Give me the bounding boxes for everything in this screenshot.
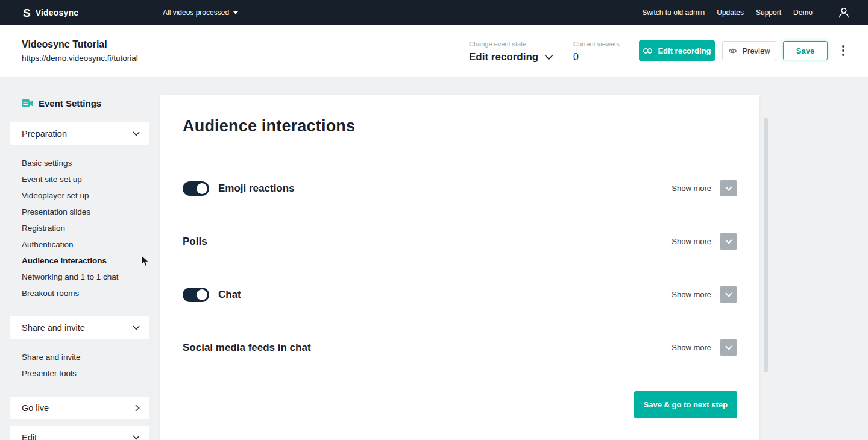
preview-button[interactable]: Preview	[722, 41, 776, 60]
chat-toggle[interactable]	[183, 288, 209, 302]
show-more-link[interactable]: Show more	[671, 343, 711, 352]
save-label: Save	[796, 46, 814, 55]
chevron-down-icon	[133, 131, 140, 136]
section-label: Go live	[22, 403, 49, 413]
videos-status-label: All videos processed	[163, 8, 229, 17]
section-label: Preparation	[22, 129, 67, 139]
panel-title: Audience interactions	[183, 116, 737, 136]
brand-name: Videosync	[36, 8, 79, 17]
card-actions: Save & go to next step	[183, 391, 737, 418]
chevron-down-icon	[725, 292, 732, 297]
nav-switch-old-admin[interactable]: Switch to old admin	[642, 8, 705, 17]
chevron-down-icon	[725, 186, 732, 191]
expand-button[interactable]	[720, 339, 737, 356]
sidebar-item-presentation-slides[interactable]: Presentation slides	[22, 204, 149, 220]
page-title: Videosync Tutorial	[22, 39, 138, 51]
eye-icon	[728, 48, 737, 54]
section-label: Share and invite	[22, 323, 85, 333]
top-bar: S Videosync All videos processed Switch …	[0, 0, 868, 25]
sidebar-item-breakout-rooms[interactable]: Breakout rooms	[22, 285, 149, 301]
expand-button[interactable]	[720, 180, 737, 196]
sidebar-item-share-and-invite[interactable]: Share and invite	[22, 349, 149, 365]
event-state: Change event state Edit recording	[469, 40, 553, 64]
edit-recording-label: Edit recording	[658, 46, 711, 55]
save-next-step-button[interactable]: Save & go to next step	[634, 391, 737, 418]
expand-button[interactable]	[720, 233, 737, 250]
row-label: Social media feeds in chat	[183, 342, 311, 354]
expand-button[interactable]	[720, 286, 737, 303]
show-more-link[interactable]: Show more	[671, 290, 711, 299]
sidebar-section-go-live[interactable]: Go live	[10, 397, 149, 419]
row-social-media-feeds: Social media feeds in chat Show more	[183, 321, 737, 374]
scrollbar[interactable]	[764, 118, 768, 372]
videos-status-dropdown[interactable]: All videos processed	[163, 0, 238, 25]
sidebar-item-networking-1to1-chat[interactable]: Networking and 1 to 1 chat	[22, 269, 149, 285]
link-icon	[643, 48, 653, 54]
chevron-down-icon	[725, 239, 732, 244]
sidebar: Event Settings Preparation Basic setting…	[10, 77, 149, 440]
user-icon[interactable]	[838, 7, 850, 19]
event-url[interactable]: https://demo.videosync.fi/tutorial	[22, 52, 138, 64]
sidebar-item-videoplayer-setup[interactable]: Videoplayer set up	[22, 187, 149, 204]
sidebar-item-presenter-tools[interactable]: Presenter tools	[22, 365, 149, 382]
section-label: Edit	[22, 433, 37, 440]
preview-label: Preview	[742, 46, 770, 55]
event-state-dropdown[interactable]: Edit recording	[469, 51, 553, 64]
viewers-label: Current viewers	[573, 40, 620, 48]
event-settings-icon	[22, 99, 33, 108]
chevron-down-icon	[133, 435, 140, 440]
preparation-items: Basic settings Event site set up Videopl…	[10, 145, 149, 301]
row-chat: Chat Show more	[183, 268, 737, 321]
emoji-reactions-toggle[interactable]	[183, 181, 209, 196]
event-header: Videosync Tutorial https://demo.videosyn…	[0, 25, 868, 77]
viewers-count: 0	[573, 51, 620, 64]
save-button[interactable]: Save	[783, 41, 828, 60]
row-emoji-reactions: Emoji reactions Show more	[183, 162, 737, 215]
top-nav: Switch to old admin Updates Support Demo	[642, 0, 850, 25]
sidebar-section-edit[interactable]: Edit	[10, 426, 149, 440]
sidebar-title-label: Event Settings	[39, 98, 101, 108]
show-more-link[interactable]: Show more	[671, 184, 711, 193]
row-label: Polls	[183, 236, 207, 248]
content-area: Event Settings Preparation Basic setting…	[0, 77, 868, 440]
event-state-label: Change event state	[469, 40, 553, 48]
sidebar-item-registration[interactable]: Registration	[22, 220, 149, 236]
sidebar-item-audience-interactions[interactable]: Audience interactions	[22, 253, 149, 269]
current-viewers: Current viewers 0	[573, 40, 620, 64]
kebab-menu-icon[interactable]	[838, 43, 849, 58]
event-state-value: Edit recording	[469, 51, 538, 64]
chevron-down-icon	[725, 345, 732, 350]
sidebar-section-share-invite[interactable]: Share and invite	[10, 316, 149, 339]
audience-interactions-panel: Audience interactions Emoji reactions Sh…	[160, 95, 760, 440]
row-polls: Polls Show more	[183, 215, 737, 268]
share-invite-items: Share and invite Presenter tools	[10, 339, 149, 382]
chevron-right-icon	[135, 404, 140, 412]
nav-demo[interactable]: Demo	[793, 8, 813, 17]
row-label: Chat	[218, 289, 241, 301]
sidebar-title: Event Settings	[10, 96, 149, 110]
edit-recording-button[interactable]: Edit recording	[639, 40, 715, 61]
nav-support[interactable]: Support	[756, 8, 781, 17]
title-block: Videosync Tutorial https://demo.videosyn…	[22, 39, 138, 64]
caret-down-icon	[233, 11, 238, 14]
chevron-down-icon	[544, 54, 553, 60]
row-label: Emoji reactions	[218, 183, 295, 195]
sidebar-section-preparation[interactable]: Preparation	[10, 122, 149, 145]
settings-rows: Emoji reactions Show more Polls Show mor…	[183, 162, 737, 374]
nav-updates[interactable]: Updates	[717, 8, 744, 17]
videosync-logo-icon: S	[23, 7, 31, 19]
sidebar-item-authentication[interactable]: Authentication	[22, 236, 149, 253]
show-more-link[interactable]: Show more	[671, 237, 711, 246]
chevron-down-icon	[133, 325, 140, 330]
sidebar-item-event-site-setup[interactable]: Event site set up	[22, 171, 149, 187]
brand[interactable]: S Videosync	[23, 0, 78, 25]
sidebar-item-basic-settings[interactable]: Basic settings	[22, 155, 149, 171]
